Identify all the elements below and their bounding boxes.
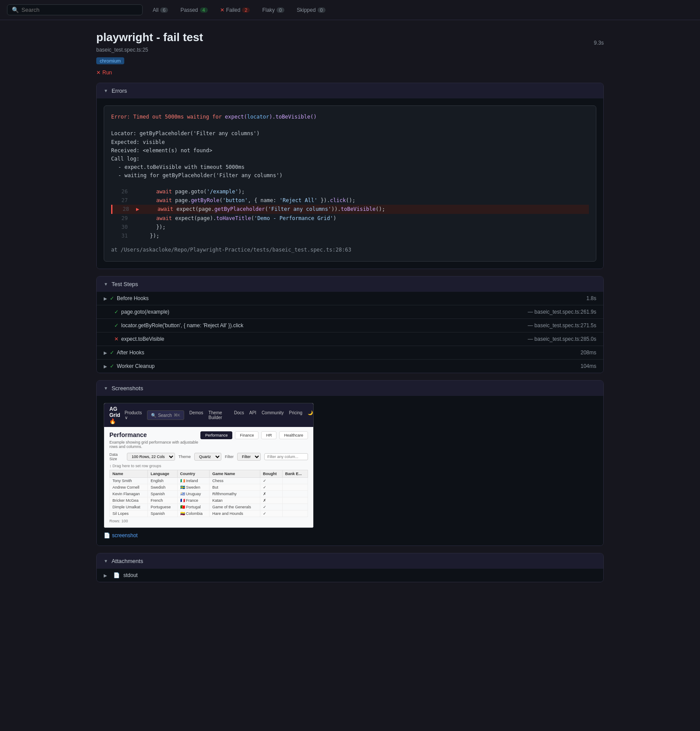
ag-cell-game-1: But — [210, 484, 260, 491]
ag-subtitle: Example showing grid performance with ad… — [109, 440, 200, 449]
attachments-chevron-icon: ▼ — [104, 559, 108, 563]
line-content-30: }); — [144, 223, 585, 231]
ag-logo: AG Grid 🔥 — [109, 406, 120, 424]
test-steps-chevron-icon: ▼ — [104, 282, 108, 287]
ag-cell-game-2: Rifthmomathy — [210, 491, 260, 497]
search-input[interactable] — [21, 7, 138, 13]
step-duration-tobevisible: 5.0s — [586, 336, 596, 342]
ag-tab-finance[interactable]: Finance — [235, 431, 259, 439]
filter-label-skipped: Skipped — [297, 7, 315, 13]
attachment-expand-icon[interactable]: ▶ — [104, 573, 107, 578]
error-locator: locator — [247, 114, 270, 120]
step-row-before-hooks[interactable]: ▶ ✓ Before Hooks 1.8s — [97, 292, 603, 305]
ag-cell-bought-1: ✓ — [260, 484, 283, 491]
error-calllog-1: - expect.toBeVisible with timeout 5000ms — [111, 163, 589, 171]
test-duration: 9.3s — [594, 40, 604, 46]
error-main-line: Error: Timed out 5000ms waiting for expe… — [111, 113, 589, 121]
step-duration-before-hooks: 1.8s — [586, 295, 596, 301]
step-row-worker-cleanup[interactable]: ▶ ✓ Worker Cleanup 104ms — [97, 360, 603, 373]
ag-cell-name-2: Kevin Flanagan — [110, 491, 148, 497]
ag-content: Performance Example showing grid perform… — [104, 427, 313, 528]
search-box[interactable]: 🔍 — [7, 4, 143, 15]
ag-col-name: Name — [110, 470, 148, 478]
step-expand-cleanup-icon[interactable]: ▶ — [104, 364, 107, 369]
ag-cell-game-3: Katan — [210, 497, 260, 504]
ag-cell-country-0: 🇮🇪 Ireland — [177, 478, 210, 484]
line-num-31: 31 — [115, 231, 128, 240]
ag-filter-select[interactable]: Filter — [237, 453, 261, 461]
filter-tab-skipped[interactable]: Skipped 0 — [292, 5, 330, 15]
run-label: Run — [102, 70, 112, 76]
attachment-name-stdout: stdout — [123, 572, 138, 578]
filter-tab-failed[interactable]: ✕ Failed 2 — [215, 5, 255, 15]
screenshots-section-header[interactable]: ▼ Screenshots — [97, 381, 603, 396]
step-fail-icon-tobevisible: ✕ — [114, 336, 119, 342]
ag-nav-pricing: Pricing — [289, 410, 302, 420]
screenshot-link[interactable]: 📄 screenshot — [104, 532, 596, 539]
ag-nav: Products ∨ 🔍 Search ⌘K Demos Theme Build… — [125, 410, 314, 420]
line-arrow-30 — [135, 223, 140, 231]
ag-cell-bank-3 — [282, 497, 308, 504]
step-expand-icon[interactable]: ▶ — [104, 296, 107, 301]
ag-cell-bought-4: ✓ — [260, 504, 283, 511]
ag-filter-input[interactable] — [264, 453, 308, 460]
step-file-click: — baseic_test.spec.ts:27 — [528, 322, 586, 329]
ag-data-size-select[interactable]: 100 Rows, 22 Cols — [127, 453, 175, 461]
ag-tab-hr[interactable]: HR — [261, 431, 276, 439]
ag-theme-select[interactable]: Quartz — [194, 453, 221, 461]
attachments-body: ▶ 📄 stdout — [97, 569, 603, 582]
filter-label-passed: Passed — [180, 7, 198, 13]
browser-badge: chromium — [96, 57, 124, 64]
step-name-after-hooks: After Hooks — [117, 350, 581, 356]
ag-grid-screenshot: AG Grid 🔥 Products ∨ 🔍 Search ⌘K Demos T… — [104, 403, 314, 528]
ag-search-box[interactable]: 🔍 Search ⌘K — [147, 410, 184, 420]
ag-nav-products: Products ∨ — [125, 410, 142, 420]
ag-cell-lang-5: Spanish — [148, 511, 177, 517]
ag-cell-name-4: Dimple Umalkat — [110, 504, 148, 511]
step-pass-icon-goto: ✓ — [114, 309, 119, 315]
filter-tab-passed[interactable]: Passed 4 — [175, 5, 212, 15]
test-steps-section-header[interactable]: ▼ Test Steps — [97, 276, 603, 292]
ag-rows-count: Rows: 100 — [109, 519, 308, 523]
step-row-after-hooks[interactable]: ▶ ✓ After Hooks 208ms — [97, 346, 603, 360]
line-num-27: 27 — [115, 196, 128, 205]
step-row-goto: ✓ page.goto(/example) — baseic_test.spec… — [97, 305, 603, 319]
code-line-29: 29 await expect(page).toHaveTitle('Demo … — [111, 214, 589, 223]
code-line-31: 31 }); — [111, 231, 589, 240]
ag-tab-healthcare[interactable]: Healthcare — [279, 431, 308, 439]
ag-cell-bank-0 — [282, 478, 308, 484]
step-name-click: locator.getByRole('button', { name: 'Rej… — [121, 322, 525, 329]
ag-cell-bank-2 — [282, 491, 308, 497]
attachment-stdout[interactable]: ▶ 📄 stdout — [97, 569, 603, 582]
step-pass-icon-cleanup: ✓ — [110, 363, 114, 369]
ag-col-bank: Bank E... — [282, 470, 308, 478]
error-keyword: Error: — [111, 114, 133, 120]
ag-search-label: Search — [158, 413, 172, 418]
attachments-section-header[interactable]: ▼ Attachments — [97, 553, 603, 569]
line-num-30: 30 — [115, 223, 128, 231]
filter-badge-passed: 4 — [200, 7, 208, 13]
errors-section-header[interactable]: ▼ Errors — [97, 83, 603, 98]
ag-cell-country-3: 🇫🇷 France — [177, 497, 210, 504]
ag-table: Name Language Country Game Name Bought B… — [109, 470, 308, 517]
step-name-tobevisible: expect.toBeVisible — [121, 336, 525, 342]
filter-badge-all: 6 — [160, 7, 168, 13]
line-arrow-29 — [135, 214, 140, 223]
step-expand-after-icon[interactable]: ▶ — [104, 350, 107, 355]
attachment-file-icon: 📄 — [113, 572, 120, 578]
ag-cell-country-2: 🇺🇾 Uruguay — [177, 491, 210, 497]
ag-tab-performance[interactable]: Performance — [200, 431, 233, 439]
error-locator-line: Locator: getByPlaceholder('Filter any co… — [111, 129, 589, 138]
errors-section-label: Errors — [112, 87, 127, 94]
ag-col-bought: Bought — [260, 470, 283, 478]
code-line-30: 30 }); — [111, 223, 589, 231]
line-content-29: await expect(page).toHaveTitle('Demo - P… — [144, 214, 585, 223]
line-num-29: 29 — [115, 214, 128, 223]
ag-nav-docs: Docs — [234, 410, 244, 420]
step-row-tobevisible: ✕ expect.toBeVisible — baseic_test.spec.… — [97, 332, 603, 346]
top-bar: 🔍 All 6 Passed 4 ✕ Failed 2 Flaky 0 Skip… — [0, 0, 700, 20]
ag-cell-lang-1: Swedish — [148, 484, 177, 491]
filter-tab-flaky[interactable]: Flaky 0 — [257, 5, 289, 15]
test-file: baseic_test.spec.ts:25 — [96, 47, 604, 53]
filter-tab-all[interactable]: All 6 — [148, 5, 173, 15]
